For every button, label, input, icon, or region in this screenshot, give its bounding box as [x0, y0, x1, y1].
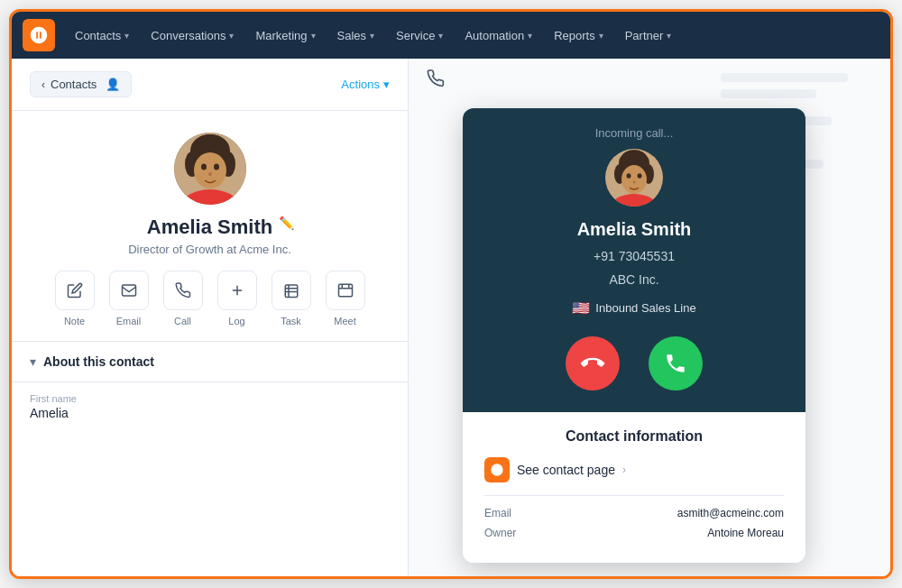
log-label: Log: [228, 316, 244, 326]
first-name-label: First name: [30, 393, 390, 404]
right-panel: Incoming call...: [409, 59, 890, 576]
info-divider: [484, 495, 784, 496]
accept-call-button[interactable]: [649, 336, 703, 390]
nav-item-reports[interactable]: Reports ▾: [545, 23, 612, 48]
call-line-label: Inbound Sales Line: [595, 301, 695, 315]
chevron-down-icon: ▾: [229, 31, 234, 41]
chevron-left-icon: ‹: [41, 78, 45, 91]
caller-name: Amelia Smith: [577, 219, 692, 240]
about-section: ▾ About this contact: [12, 342, 408, 382]
call-avatar: [605, 149, 663, 207]
chevron-right-icon: ›: [622, 464, 626, 476]
call-header: Incoming call...: [463, 108, 805, 412]
incoming-call-modal: Incoming call...: [463, 108, 805, 563]
email-field-label: Email: [484, 507, 511, 519]
task-button[interactable]: [272, 271, 311, 310]
contact-title: Director of Growth at Acme Inc.: [128, 243, 291, 256]
note-action: Note: [55, 271, 95, 326]
contact-name: Amelia Smith: [147, 216, 272, 239]
owner-info-row: Owner Antoine Moreau: [484, 527, 784, 539]
incoming-call-status: Incoming call...: [595, 126, 674, 140]
log-button[interactable]: [217, 271, 257, 310]
task-action: Task: [272, 271, 311, 326]
svg-point-28: [633, 181, 636, 184]
chevron-down-icon: ▾: [370, 31, 374, 41]
svg-point-6: [201, 164, 207, 170]
action-buttons: Note Email: [55, 271, 365, 326]
owner-field-label: Owner: [484, 527, 516, 539]
svg-rect-9: [122, 285, 135, 296]
first-name-value: Amelia: [30, 406, 390, 420]
phone-icon[interactable]: [427, 69, 445, 92]
decline-call-button[interactable]: [566, 336, 620, 390]
task-label: Task: [281, 316, 301, 326]
email-info-row: Email asmith@acmeinc.com: [484, 507, 784, 519]
call-button[interactable]: [163, 271, 203, 310]
contact-info-section: Contact information See contact page › E…: [463, 412, 805, 563]
caller-phone: +91 73045531: [594, 249, 675, 263]
chevron-down-icon: ▾: [438, 31, 443, 41]
svg-point-8: [208, 172, 212, 176]
main-content: ‹ Contacts 👤 Actions ▾: [12, 59, 890, 576]
about-title: About this contact: [43, 354, 154, 369]
chevron-down-icon: ▾: [528, 31, 532, 41]
nav-item-sales[interactable]: Sales ▾: [328, 23, 384, 48]
email-label: Email: [116, 316, 142, 326]
nav-item-contacts[interactable]: Contacts ▾: [66, 23, 138, 48]
note-button[interactable]: [55, 271, 95, 310]
owner-field-value: Antoine Moreau: [707, 527, 784, 539]
meet-button[interactable]: [326, 271, 365, 310]
chevron-down-icon: ▾: [383, 78, 390, 91]
nav-item-marketing[interactable]: Marketing ▾: [246, 23, 324, 48]
email-field-value: asmith@acmeinc.com: [677, 507, 784, 519]
see-contact-page-link[interactable]: See contact page ›: [484, 457, 784, 482]
call-actions: [566, 336, 703, 390]
call-label: Call: [174, 316, 191, 326]
avatar-container: [174, 133, 246, 205]
email-button[interactable]: [109, 271, 149, 310]
nav-item-service[interactable]: Service ▾: [387, 23, 452, 48]
contacts-panel: ‹ Contacts 👤 Actions ▾: [12, 59, 409, 576]
chevron-down-icon: ▾: [599, 31, 603, 41]
note-label: Note: [64, 316, 85, 326]
caller-company: ABC Inc.: [609, 272, 658, 287]
flag-icon: 🇺🇸: [572, 299, 590, 317]
nav-item-conversations[interactable]: Conversations ▾: [142, 23, 243, 48]
chevron-down-icon: ▾: [311, 31, 316, 41]
about-header-toggle[interactable]: ▾ About this contact: [30, 354, 390, 369]
nav-item-automation[interactable]: Automation ▾: [456, 23, 541, 48]
svg-point-29: [491, 464, 502, 475]
contact-name-row: Amelia Smith ✏️: [147, 216, 272, 243]
chevron-down-icon: ▾: [667, 31, 671, 41]
fields-section: First name Amelia: [12, 382, 408, 442]
back-to-contacts-button[interactable]: ‹ Contacts 👤: [30, 71, 132, 97]
contact-info-title: Contact information: [484, 428, 784, 445]
svg-point-7: [214, 164, 219, 170]
avatar: [174, 133, 246, 205]
chevron-down-icon: ▾: [124, 31, 129, 41]
panel-header: ‹ Contacts 👤 Actions ▾: [12, 59, 408, 111]
contact-profile: Amelia Smith ✏️ Director of Growth at Ac…: [12, 111, 408, 342]
actions-button[interactable]: Actions ▾: [341, 78, 390, 91]
svg-rect-16: [338, 284, 352, 297]
svg-point-24: [621, 150, 647, 166]
meet-label: Meet: [334, 316, 355, 326]
meet-action: Meet: [326, 271, 365, 326]
svg-point-26: [627, 173, 631, 179]
see-contact-label: See contact page: [517, 463, 615, 477]
nav-bar: Contacts ▾ Conversations ▾ Marketing ▾ S…: [12, 12, 890, 59]
nav-item-partner[interactable]: Partner ▾: [616, 23, 681, 48]
svg-point-27: [638, 173, 642, 179]
call-line-info: 🇺🇸 Inbound Sales Line: [572, 299, 695, 317]
email-action: Email: [109, 271, 149, 326]
first-name-field: First name Amelia: [30, 393, 390, 420]
about-chevron-icon: ▾: [30, 354, 36, 369]
edit-icon[interactable]: ✏️: [279, 216, 294, 230]
hubspot-logo[interactable]: [23, 19, 55, 51]
call-action: Call: [163, 271, 203, 326]
hubspot-icon: [484, 457, 510, 482]
person-icon: 👤: [106, 78, 120, 91]
log-action: Log: [217, 271, 257, 326]
